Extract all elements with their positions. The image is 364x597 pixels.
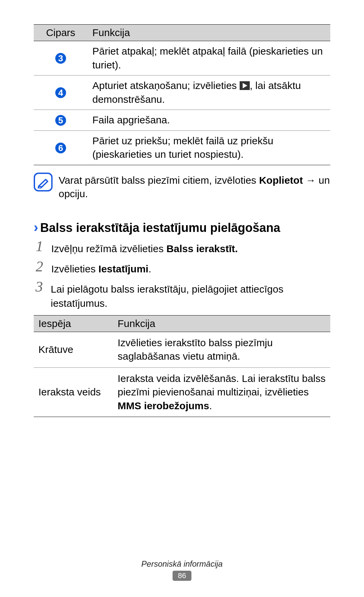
- list-item: 1 Izvēļņu režīmā izvēlieties Balss ierak…: [34, 239, 330, 256]
- table1-header-num: Cipars: [34, 25, 88, 41]
- section-title: Balss ierakstītāja iestatījumu pielāgoša…: [40, 221, 280, 235]
- number-badge: 3: [55, 53, 66, 64]
- chevron-right-icon: ›: [34, 220, 38, 235]
- play-icon: [240, 81, 250, 90]
- number-badge: 4: [55, 87, 66, 98]
- table-row: 6 Pāriet uz priekšu; meklēt failā uz pri…: [34, 130, 330, 165]
- step-text: Izvēļņu režīmā izvēlieties Balss ierakst…: [51, 239, 238, 256]
- note-text: Varat pārsūtīt balss piezīmi citiem, izv…: [59, 173, 330, 201]
- option-name: Ieraksta veids: [34, 367, 113, 417]
- table-row: Krātuve Izvēlieties ierakstīto balss pie…: [34, 332, 330, 367]
- table1-cell: Pāriet atpakaļ; meklēt atpakaļ failā (pi…: [88, 41, 330, 76]
- table-row: Ieraksta veids Ieraksta veida izvēlēšanā…: [34, 367, 330, 417]
- list-item: 2 Izvēlieties Iestatījumi.: [34, 259, 330, 276]
- steps-list: 1 Izvēļņu režīmā izvēlieties Balss ierak…: [34, 239, 330, 310]
- step-number: 3: [34, 279, 45, 294]
- functions-table: Cipars Funkcija 3 Pāriet atpakaļ; meklēt…: [34, 24, 330, 165]
- note-icon: [34, 173, 53, 191]
- table-row: 5 Faila apgriešana.: [34, 110, 330, 131]
- list-item: 3 Lai pielāgotu balss ierakstītāju, piel…: [34, 279, 330, 310]
- table2-header-opt: Iespēja: [34, 315, 113, 332]
- step-text: Izvēlieties Iestatījumi.: [51, 259, 151, 276]
- note: Varat pārsūtīt balss piezīmi citiem, izv…: [34, 173, 330, 201]
- number-badge: 6: [55, 143, 66, 153]
- table1-cell: Apturiet atskaņošanu; izvēlieties , lai …: [88, 76, 330, 110]
- table1-header-func: Funkcija: [88, 25, 330, 41]
- table-row: 4 Apturiet atskaņošanu; izvēlieties , la…: [34, 76, 330, 110]
- step-number: 2: [34, 259, 45, 274]
- table1-cell: Pāriet uz priekšu; meklēt failā uz priek…: [88, 130, 330, 165]
- section-heading: › Balss ierakstītāja iestatījumu pielāgo…: [34, 220, 330, 235]
- option-desc: Ieraksta veida izvēlēšanās. Lai ierakstī…: [113, 367, 330, 417]
- table2-header-func: Funkcija: [113, 315, 330, 332]
- step-text: Lai pielāgotu balss ierakstītāju, pielāg…: [51, 279, 330, 310]
- options-table: Iespēja Funkcija Krātuve Izvēlieties ier…: [34, 315, 330, 417]
- step-number: 1: [34, 239, 45, 254]
- page-footer: Personiskā informācija 86: [0, 559, 364, 581]
- table-row: 3 Pāriet atpakaļ; meklēt atpakaļ failā (…: [34, 41, 330, 76]
- table1-cell: Faila apgriešana.: [88, 110, 330, 131]
- option-desc: Izvēlieties ierakstīto balss piezīmju sa…: [113, 332, 330, 367]
- footer-section-label: Personiskā informācija: [0, 559, 364, 569]
- option-name: Krātuve: [34, 332, 113, 367]
- page-number: 86: [173, 571, 191, 581]
- number-badge: 5: [55, 115, 66, 126]
